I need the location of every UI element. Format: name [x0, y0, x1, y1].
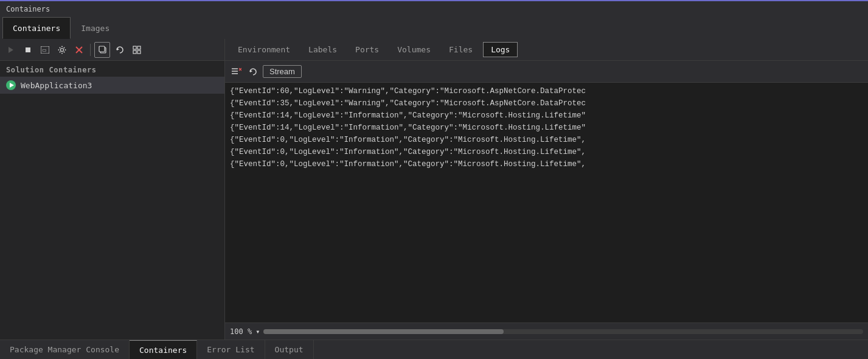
- svg-rect-18: [133, 46, 136, 49]
- stop-button[interactable]: [21, 43, 35, 57]
- svg-rect-21: [137, 51, 141, 54]
- log-panel: Environment Labels Ports Volumes Files L…: [225, 39, 868, 340]
- scroll-thumb: [263, 329, 503, 334]
- bottom-tabs: Package Manager Console Containers Error…: [0, 340, 868, 359]
- bottom-tab-error-list[interactable]: Error List: [197, 340, 265, 359]
- svg-marker-17: [117, 48, 119, 51]
- title-bar: Containers: [0, 0, 868, 17]
- svg-point-12: [60, 51, 61, 52]
- svg-rect-1: [26, 47, 30, 52]
- delete-button[interactable]: [72, 43, 86, 57]
- zoom-bar: 100 % ▾: [225, 322, 868, 340]
- svg-point-4: [61, 48, 64, 51]
- svg-point-5: [61, 46, 63, 47]
- bottom-tab-containers[interactable]: Containers: [130, 340, 197, 359]
- svg-marker-0: [9, 47, 13, 53]
- stream-button[interactable]: Stream: [263, 65, 302, 78]
- svg-point-6: [61, 52, 63, 54]
- horizontal-scrollbar[interactable]: [263, 329, 863, 334]
- svg-point-8: [65, 49, 66, 51]
- tab-volumes[interactable]: Volumes: [389, 42, 439, 57]
- svg-point-9: [60, 47, 61, 48]
- tab-labels[interactable]: Labels: [300, 42, 345, 57]
- bottom-tab-output[interactable]: Output: [265, 340, 314, 359]
- svg-point-7: [58, 49, 60, 51]
- container-name: WebApplication3: [21, 81, 92, 90]
- start-button[interactable]: [4, 43, 18, 57]
- tab-ports[interactable]: Ports: [347, 42, 387, 57]
- svg-point-10: [64, 51, 65, 52]
- container-item-webapp3[interactable]: WebApplication3: [0, 77, 224, 94]
- tab-logs[interactable]: Logs: [483, 42, 518, 57]
- attach-button[interactable]: [130, 43, 144, 57]
- svg-rect-19: [137, 46, 141, 49]
- log-tabs: Environment Labels Ports Volumes Files L…: [225, 39, 868, 61]
- svg-text:▭: ▭: [42, 47, 47, 53]
- play-triangle: [10, 83, 14, 88]
- log-toolbar: Stream: [225, 61, 868, 83]
- clear-log-button[interactable]: [230, 66, 243, 78]
- terminal-button[interactable]: ▭: [38, 43, 52, 57]
- settings-button[interactable]: [55, 43, 69, 57]
- tab-containers[interactable]: Containers: [2, 17, 71, 39]
- top-tab-row: Containers Images: [0, 17, 868, 39]
- sidebar-toolbar: ▭: [0, 39, 224, 61]
- svg-rect-16: [99, 46, 105, 52]
- sidebar: ▭: [0, 39, 225, 340]
- copy-button[interactable]: [94, 42, 110, 58]
- main-content: ▭: [0, 39, 868, 340]
- log-content[interactable]: {"EventId":60,"LogLevel":"Warning","Cate…: [225, 83, 868, 322]
- svg-rect-20: [133, 51, 136, 54]
- tab-environment[interactable]: Environment: [230, 42, 298, 57]
- running-status-icon: [6, 80, 16, 90]
- tab-files[interactable]: Files: [441, 42, 481, 57]
- zoom-value: 100 %: [230, 327, 252, 336]
- svg-point-11: [64, 47, 65, 48]
- bottom-tab-package-manager[interactable]: Package Manager Console: [0, 340, 130, 359]
- toolbar-sep: [90, 44, 91, 56]
- zoom-dropdown[interactable]: ▾: [255, 327, 260, 336]
- svg-marker-27: [250, 70, 252, 72]
- refresh-button[interactable]: [113, 43, 127, 57]
- tab-images[interactable]: Images: [71, 17, 120, 39]
- solution-containers-label: Solution Containers: [0, 61, 224, 77]
- refresh-log-button[interactable]: [247, 66, 259, 78]
- title-bar-label: Containers: [6, 5, 50, 13]
